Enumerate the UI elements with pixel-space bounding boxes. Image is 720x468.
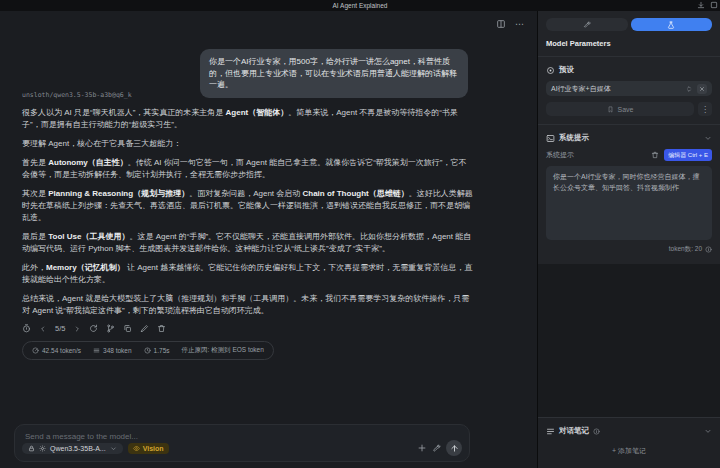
system-prompt-field-header: 系统提示 编辑器 Ctrl + E bbox=[546, 149, 712, 161]
titlebar-actions bbox=[697, 1, 718, 9]
preset-icon bbox=[546, 66, 555, 75]
notes-section-header[interactable]: 对话笔记 bbox=[546, 426, 712, 436]
app-window: AI Agent Explained ⋯ 你是一个AI行业专家，用500字，给外… bbox=[0, 0, 720, 468]
chat-panel: ⋯ 你是一个AI行业专家，用500字，给外行讲一讲怎么agnet，科普性质的，但… bbox=[0, 11, 537, 468]
assistant-turn: unsloth/qwen3.5-35b-a3b@q6_k 很多人以为 AI 只是… bbox=[22, 91, 474, 360]
copy-icon[interactable] bbox=[123, 324, 132, 333]
gauge-icon bbox=[32, 347, 39, 354]
clear-system-prompt-icon[interactable] bbox=[651, 151, 659, 159]
flask-icon bbox=[667, 21, 675, 29]
stat-speed: 42.54 token/s bbox=[32, 347, 81, 354]
assistant-model-name: unsloth/qwen3.5-35b-a3b@q6_k bbox=[22, 91, 474, 99]
assistant-paragraph: 很多人以为 AI 只是“聊天机器人”，其实真正的未来主角是 Agent（智能体）… bbox=[22, 107, 474, 131]
version-pagination: 5/5 bbox=[55, 324, 65, 333]
tab-experiment[interactable] bbox=[631, 18, 713, 31]
stat-tokens: 348 token bbox=[93, 347, 132, 354]
composer-toolbar: Qwen3.5-35B-A... Vision bbox=[22, 440, 462, 456]
stopwatch-icon[interactable] bbox=[22, 324, 31, 333]
divider bbox=[538, 124, 720, 125]
stat-time: 1.75s bbox=[144, 347, 170, 354]
assistant-paragraph: 最后是 Tool Use（工具使用）。这是 Agent 的“手脚”。它不仅能聊天… bbox=[22, 231, 474, 255]
assistant-paragraph: 首先是 Autonomy（自主性）。传统 AI 你问一句它答一句，而 Agent… bbox=[22, 157, 474, 181]
system-prompt-section-header[interactable]: 系统提示 bbox=[546, 133, 712, 143]
preset-select[interactable]: AI行业专家+自媒体 bbox=[546, 81, 712, 96]
generation-stats: 42.54 token/s 348 token 1.75s 停止原因: 检测到 … bbox=[22, 341, 274, 360]
stat-stop-reason: 停止原因: 检测到 EOS token bbox=[182, 346, 264, 355]
sidebar-heading: Model Parameters bbox=[546, 39, 712, 48]
settings-sidebar: Model Parameters 预设 AI行业专家+自媒体 Save bbox=[537, 11, 720, 468]
info-icon bbox=[593, 428, 600, 435]
preset-section-header[interactable]: 预设 bbox=[546, 65, 712, 75]
chevron-down-icon bbox=[704, 134, 712, 142]
conversation-notes-section: 对话笔记 + 添加笔记 bbox=[538, 417, 720, 468]
bookmark-icon bbox=[607, 106, 614, 113]
gear-icon bbox=[39, 445, 46, 452]
split-view-icon[interactable] bbox=[496, 19, 506, 29]
titlebar: AI Agent Explained bbox=[0, 0, 720, 11]
chevron-updown-icon bbox=[685, 85, 693, 93]
attach-icon[interactable] bbox=[417, 443, 427, 453]
window-title: AI Agent Explained bbox=[333, 2, 388, 9]
system-prompt-input[interactable]: 你是一个AI行业专家，同时你也经营自媒体，擅长公众号文章、知乎回答、抖音视频制作 bbox=[546, 166, 712, 240]
assistant-paragraph: 此外，Memory（记忆机制） 让 Agent 越来越懂你。它能记住你的历史偏好… bbox=[22, 262, 474, 286]
chevron-down-icon bbox=[110, 445, 117, 452]
save-preset-button[interactable]: Save bbox=[546, 102, 694, 116]
window-panel-icon[interactable] bbox=[710, 1, 718, 9]
preset-more-button[interactable]: ⋮ bbox=[698, 102, 712, 116]
close-icon bbox=[699, 86, 705, 92]
chat-menu-icon[interactable]: ⋯ bbox=[515, 21, 525, 27]
clear-preset-button[interactable] bbox=[697, 84, 707, 94]
prev-version-icon[interactable] bbox=[39, 325, 47, 333]
download-icon[interactable] bbox=[697, 1, 705, 9]
stack-icon bbox=[93, 347, 100, 354]
assistant-action-bar: 5/5 bbox=[22, 324, 474, 333]
sidebar-tabs bbox=[546, 18, 712, 31]
regenerate-icon[interactable] bbox=[89, 324, 98, 333]
user-message-text: 你是一个AI行业专家，用500字，给外行讲一讲怎么agnet，科普性质的，但也要… bbox=[209, 57, 457, 89]
arrow-up-icon bbox=[450, 444, 459, 453]
branch-icon[interactable] bbox=[106, 324, 115, 333]
model-parameters-panel: Model Parameters 预设 AI行业专家+自媒体 Save bbox=[538, 11, 720, 264]
next-version-icon[interactable] bbox=[73, 325, 81, 333]
add-note-button[interactable]: + 添加笔记 bbox=[546, 446, 712, 456]
tools-icon[interactable] bbox=[432, 444, 441, 453]
assistant-paragraph: 总结来说，Agent 就是给大模型装上了大脑（推理规划）和手脚（工具调用）。未来… bbox=[22, 293, 474, 317]
assistant-paragraph: 要理解 Agent，核心在于它具备三大超能力： bbox=[22, 138, 474, 150]
terminal-icon bbox=[546, 134, 555, 143]
vision-badge: Vision bbox=[128, 443, 169, 454]
eye-icon bbox=[133, 445, 140, 452]
lock-icon bbox=[28, 445, 35, 452]
list-icon bbox=[546, 427, 555, 436]
chat-toolbar: ⋯ bbox=[496, 19, 525, 29]
delete-icon[interactable] bbox=[157, 324, 166, 333]
info-icon bbox=[705, 246, 712, 253]
composer[interactable]: Send a message to the model... Qwen3.5-3… bbox=[14, 424, 470, 462]
tab-settings[interactable] bbox=[546, 18, 628, 31]
model-selector[interactable]: Qwen3.5-35B-A... bbox=[22, 443, 123, 454]
clock-icon bbox=[144, 347, 151, 354]
token-count: token数: 20 bbox=[546, 245, 712, 254]
edit-icon[interactable] bbox=[140, 324, 149, 333]
send-button[interactable] bbox=[446, 440, 462, 456]
preset-actions: Save ⋮ bbox=[546, 102, 712, 116]
wrench-icon bbox=[583, 21, 591, 29]
divider bbox=[538, 56, 720, 57]
assistant-message: 很多人以为 AI 只是“聊天机器人”，其实真正的未来主角是 Agent（智能体）… bbox=[22, 107, 474, 317]
editor-shortcut-badge[interactable]: 编辑器 Ctrl + E bbox=[664, 149, 712, 161]
chevron-down-icon bbox=[704, 427, 712, 435]
preset-value: AI行业专家+自媒体 bbox=[551, 84, 611, 94]
assistant-paragraph: 其次是 Planning & Reasoning（规划与推理）。面对复杂问题，A… bbox=[22, 188, 474, 224]
model-chip-label: Qwen3.5-35B-A... bbox=[50, 445, 106, 452]
